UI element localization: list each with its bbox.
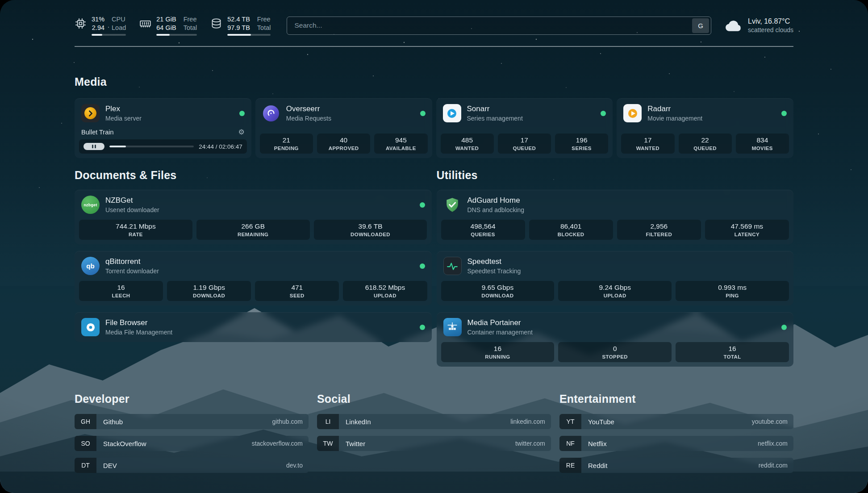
bookmarks-social: Social LI LinkedIn linkedin.com TW Twitt… [317, 393, 551, 458]
bookmark-stackoverflow[interactable]: SO StackOverflow stackoverflow.com [75, 436, 309, 451]
status-dot [420, 263, 425, 269]
stat-value: 9.65 Gbps [482, 284, 514, 292]
portainer-icon [443, 318, 462, 336]
bookmark-domain: reddit.com [759, 458, 793, 473]
topbar-divider [75, 46, 793, 47]
stat-seed: 471 SEED [255, 281, 339, 301]
weather-condition: scattered clouds [748, 26, 793, 33]
stat-value: 22 [701, 136, 709, 144]
nzbget-link[interactable]: nzbget NZBGet Usenet downloader [75, 190, 432, 220]
gear-icon[interactable]: ⚙ [238, 129, 244, 136]
search-provider-button[interactable]: G [692, 18, 709, 33]
stat-wanted: 485 WANTED [441, 134, 494, 154]
cpu-load-label: Load [112, 24, 126, 32]
bookmark-twitter[interactable]: TW Twitter twitter.com [317, 436, 551, 451]
bookmark-name: StackOverflow [96, 436, 252, 451]
stat-queued: 22 QUEUED [679, 134, 732, 154]
service-name: NZBGet [105, 196, 159, 205]
stat-label: DOWNLOAD [481, 293, 513, 298]
memory-free-label: Free [184, 15, 197, 23]
stat-label: BLOCKED [558, 232, 584, 237]
playback-progress-row: 24:44 / 02:06:47 [79, 139, 247, 154]
disk-icon [210, 17, 222, 29]
stat-value: 16 [117, 284, 125, 292]
card-overseerr: Overseerr Media Requests 21 PENDING 40 A… [255, 98, 432, 158]
overseerr-link[interactable]: Overseerr Media Requests [255, 98, 432, 128]
stat-value: 744.21 Mbps [116, 222, 156, 230]
stat-value: 266 GB [241, 222, 265, 230]
pause-button[interactable] [83, 143, 104, 150]
bookmark-linkedin[interactable]: LI LinkedIn linkedin.com [317, 414, 551, 429]
stat-upload: 9.24 Gbps UPLOAD [558, 281, 672, 301]
section-heading-social: Social [317, 393, 551, 405]
stat-label: MOVIES [752, 146, 773, 151]
stat-downloaded: 39.6 TB DOWNLOADED [314, 220, 427, 240]
radarr-link[interactable]: Radarr Movie management [617, 98, 793, 128]
bookmark-abbr: TW [317, 436, 339, 451]
adguard-shield-icon [443, 196, 462, 214]
stat-value: 86,401 [560, 222, 581, 230]
bookmark-youtube[interactable]: YT YouTube youtube.com [559, 414, 793, 429]
disk-free-label: Free [257, 15, 271, 23]
playback-progress-bar[interactable] [109, 146, 194, 147]
stat-label: SEED [290, 293, 305, 298]
disk-widget: 52.4 TB Free 97.9 TB Total [210, 15, 271, 36]
bookmark-dev[interactable]: DT DEV dev.to [75, 458, 309, 473]
sonarr-link[interactable]: Sonarr Series management [436, 98, 613, 128]
plex-link[interactable]: Plex Media server [75, 98, 251, 128]
stat-value: 618.52 Mbps [365, 284, 405, 292]
overseerr-icon [262, 104, 280, 122]
adguard-link[interactable]: AdGuard Home DNS and adblocking [437, 190, 794, 220]
disk-total-label: Total [257, 24, 271, 32]
cpu-load-value: 2.94 [92, 24, 104, 32]
service-name: qBittorrent [105, 257, 159, 266]
bookmark-netflix[interactable]: NF Netflix netflix.com [559, 436, 793, 451]
stat-value: 47.569 ms [731, 222, 763, 230]
bookmark-name: Github [96, 414, 272, 429]
bookmark-abbr: RE [559, 458, 581, 473]
card-filebrowser: File Browser Media File Management [75, 312, 432, 342]
stat-total: 16 TOTAL [676, 342, 789, 362]
status-dot [420, 202, 425, 208]
qbittorrent-link[interactable]: qb qBittorrent Torrent downloader [75, 251, 432, 281]
stat-download: 9.65 Gbps DOWNLOAD [441, 281, 555, 301]
adguard-stats: 498,564 QUERIES 86,401 BLOCKED 2,956 FIL… [437, 220, 794, 244]
stat-value: 0.993 ms [718, 284, 747, 292]
utilities-column: Utilities [437, 169, 794, 367]
status-dot [420, 111, 426, 116]
card-radarr: Radarr Movie management 17 WANTED 22 QUE… [617, 98, 793, 158]
stat-label: REMAINING [238, 232, 268, 237]
dashboard-screen: 31% CPU 2.94 Load 21 [0, 0, 868, 493]
memory-total-value: 64 GiB [156, 24, 176, 32]
bookmark-reddit[interactable]: RE Reddit reddit.com [559, 458, 793, 473]
stat-running: 16 RUNNING [441, 342, 555, 362]
cpu-usage-label: CPU [112, 15, 126, 23]
search-input[interactable] [294, 21, 692, 29]
filebrowser-link[interactable]: File Browser Media File Management [75, 312, 432, 342]
memory-widget: 21 GiB Free 64 GiB Total [139, 15, 197, 36]
bookmark-github[interactable]: GH Github github.com [75, 414, 309, 429]
sonarr-stats: 485 WANTED 17 QUEUED 196 SERIES [436, 134, 613, 158]
bookmark-name: Netflix [581, 436, 758, 451]
stat-label: LEECH [112, 293, 130, 298]
speedtest-link[interactable]: Speedtest Speedtest Tracking [437, 251, 794, 281]
nzbget-stats: 744.21 Mbps RATE 266 GB REMAINING 39.6 T… [75, 220, 432, 244]
stat-value: 471 [291, 284, 303, 292]
status-dot [239, 111, 245, 116]
stat-value: 1.19 Gbps [193, 284, 225, 292]
cpu-usage-value: 31% [92, 15, 104, 23]
stat-blocked: 86,401 BLOCKED [529, 220, 613, 240]
stat-movies: 834 MOVIES [736, 134, 789, 154]
bookmark-domain: netflix.com [758, 436, 793, 451]
stat-approved: 40 APPROVED [317, 134, 370, 154]
service-subtitle: Movie management [647, 115, 702, 122]
search-bar[interactable]: G [287, 17, 711, 35]
status-dot [420, 325, 425, 330]
nzbget-icon: nzbget [81, 196, 100, 214]
stat-value: 21 [283, 136, 290, 144]
bookmark-abbr: YT [559, 414, 581, 429]
stat-label: PING [726, 293, 739, 298]
portainer-link[interactable]: Media Portainer Container management [437, 312, 794, 342]
service-subtitle: Container management [467, 329, 533, 336]
status-dot [781, 325, 787, 330]
